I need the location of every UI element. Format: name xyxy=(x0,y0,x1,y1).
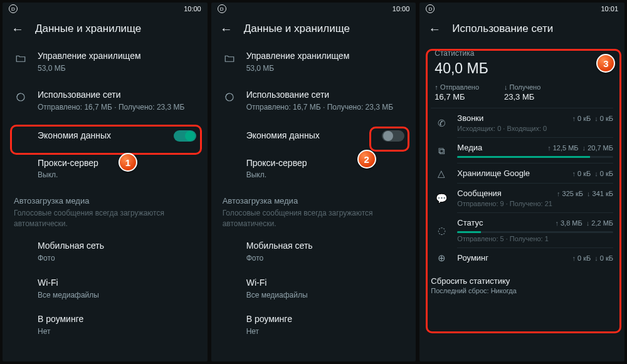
back-icon[interactable]: ← xyxy=(11,23,24,35)
wifi-row[interactable]: Wi-FiВсе медиафайлы xyxy=(211,271,416,307)
wifi-title: Wi-Fi xyxy=(38,277,196,289)
network-usage-row[interactable]: Использование сетиОтправлено: 16,7 МБ · … xyxy=(3,81,208,120)
roaming-row[interactable]: В роумингеНет xyxy=(211,307,416,343)
storage-sub: 53,0 МБ xyxy=(246,63,405,74)
automedia-sub: Голосовые сообщения всегда загружаются а… xyxy=(3,208,208,234)
storage-management-row[interactable]: Управление хранилищем53,0 МБ xyxy=(211,43,416,81)
annotation-box-2 xyxy=(369,127,409,152)
app-header: ← Использование сети xyxy=(419,15,624,43)
screen-1: D 10:00 ← Данные и хранилище Управление … xyxy=(3,3,208,361)
automedia-header: Автозагрузка медиа xyxy=(211,187,416,208)
app-header: ← Данные и хранилище xyxy=(211,15,416,43)
d-indicator-icon: D xyxy=(426,4,435,13)
wifi-title: Wi-Fi xyxy=(246,277,405,289)
proxy-sub: Выкл. xyxy=(38,170,196,180)
network-sub: Отправлено: 16,7 МБ · Получено: 23,3 МБ xyxy=(38,102,196,113)
mobile-sub: Фото xyxy=(246,253,405,264)
proxy-title: Прокси-сервер xyxy=(38,157,196,169)
status-time: 10:00 xyxy=(393,5,410,13)
saver-title: Экономия данных xyxy=(246,130,372,142)
spacer-icon xyxy=(223,130,236,143)
annotation-badge-2: 2 xyxy=(357,150,376,169)
storage-management-row[interactable]: Управление хранилищем53,0 МБ xyxy=(3,43,208,81)
roam-title: В роуминге xyxy=(38,313,196,325)
network-title: Использование сети xyxy=(38,89,196,101)
roam-sub: Нет xyxy=(246,326,405,337)
roam-sub: Нет xyxy=(38,326,196,337)
proxy-row[interactable]: Прокси-серверВыкл. xyxy=(3,151,208,187)
annotation-badge-1: 1 xyxy=(119,153,137,172)
d-indicator-icon: D xyxy=(218,4,226,13)
storage-title: Управление хранилищем xyxy=(246,50,405,62)
back-icon[interactable]: ← xyxy=(220,23,233,35)
back-icon[interactable]: ← xyxy=(428,23,441,35)
automedia-sub: Голосовые сообщения всегда загружаются а… xyxy=(211,208,416,234)
network-icon xyxy=(14,90,28,104)
annotation-box-1 xyxy=(10,125,202,155)
wifi-row[interactable]: Wi-FiВсе медиафайлы xyxy=(3,271,208,307)
d-indicator-icon: D xyxy=(9,4,18,13)
mobile-sub: Фото xyxy=(38,253,196,264)
folder-icon xyxy=(223,51,236,65)
network-sub: Отправлено: 16,7 МБ · Получено: 23,3 МБ xyxy=(246,102,405,113)
proxy-title: Прокси-сервер xyxy=(246,157,405,169)
app-header: ← Данные и хранилище xyxy=(3,15,208,43)
page-title: Использование сети xyxy=(452,23,553,35)
wifi-sub: Все медиафайлы xyxy=(246,290,405,301)
status-bar: D 10:00 xyxy=(3,3,208,15)
proxy-row[interactable]: Прокси-серверВыкл. xyxy=(211,151,416,187)
screen-3: D 10:01 ← Использование сети Статистика … xyxy=(419,3,624,361)
status-bar: D 10:01 xyxy=(419,3,624,15)
status-time: 10:00 xyxy=(184,5,201,13)
storage-title: Управление хранилищем xyxy=(38,50,196,62)
automedia-header: Автозагрузка медиа xyxy=(3,187,208,208)
folder-icon xyxy=(14,51,28,65)
network-icon xyxy=(223,90,236,104)
wifi-sub: Все медиафайлы xyxy=(38,290,196,301)
network-usage-row[interactable]: Использование сетиОтправлено: 16,7 МБ · … xyxy=(211,81,416,120)
roaming-row[interactable]: В роумингеНет xyxy=(3,307,208,343)
screen-2: D 10:00 ← Данные и хранилище Управление … xyxy=(211,3,416,361)
status-time: 10:01 xyxy=(601,5,618,13)
roam-title: В роуминге xyxy=(246,313,405,325)
mobile-title: Мобильная сеть xyxy=(38,240,196,252)
annotation-box-3 xyxy=(426,49,621,333)
proxy-sub: Выкл. xyxy=(246,170,405,180)
page-title: Данные и хранилище xyxy=(244,23,350,35)
mobile-title: Мобильная сеть xyxy=(246,240,405,252)
page-title: Данные и хранилище xyxy=(35,23,141,35)
mobile-row[interactable]: Мобильная сетьФото xyxy=(211,234,416,270)
network-title: Использование сети xyxy=(246,89,405,101)
storage-sub: 53,0 МБ xyxy=(38,63,196,74)
status-bar: D 10:00 xyxy=(211,3,416,15)
mobile-row[interactable]: Мобильная сетьФото xyxy=(3,234,208,270)
